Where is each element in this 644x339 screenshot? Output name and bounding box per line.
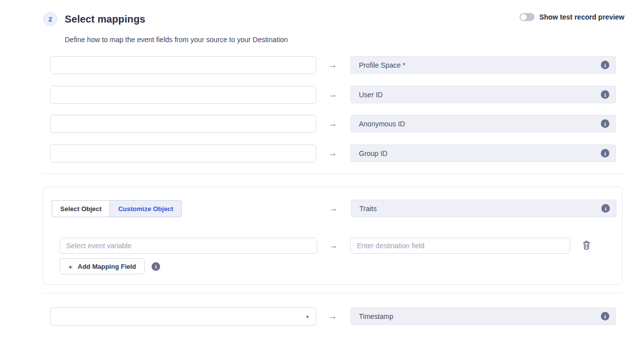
timestamp-source-select[interactable]: ▾ <box>50 307 316 325</box>
destination-label: Group ID <box>359 149 601 157</box>
add-mapping-field-row: + Add Mapping Field i <box>60 258 160 274</box>
info-icon[interactable]: i <box>601 204 610 213</box>
destination-label: User ID <box>359 91 601 99</box>
page-subtitle: Define how to map the event fields from … <box>65 36 288 44</box>
arrow-right-icon: → <box>324 307 341 325</box>
info-icon[interactable]: i <box>601 149 609 157</box>
destination-label: Traits <box>359 205 601 213</box>
plus-icon: + <box>68 262 73 271</box>
destination-label: Profile Space * <box>359 61 601 69</box>
arrow-right-icon: → <box>324 56 341 74</box>
traits-mapping-card: Select Object Customize Object → Traits … <box>43 187 622 285</box>
page-title: Select mappings <box>65 14 145 25</box>
select-mappings-panel: 2 Select mappings Define how to map the … <box>0 0 644 339</box>
section-divider <box>43 293 622 293</box>
enter-destination-field-input[interactable] <box>350 238 570 254</box>
step-number-badge: 2 <box>43 12 57 26</box>
arrow-right-icon: → <box>324 86 341 104</box>
section-divider <box>43 174 622 174</box>
arrow-right-icon: → <box>325 200 342 218</box>
destination-field-user-id: User ID i <box>350 86 616 103</box>
source-input-user-id[interactable] <box>50 86 316 104</box>
destination-label: Anonymous ID <box>359 120 601 128</box>
info-icon[interactable]: i <box>601 119 609 128</box>
trash-icon <box>582 241 591 251</box>
destination-field-profile-space: Profile Space * i <box>350 56 616 74</box>
source-input-group-id[interactable] <box>50 144 316 162</box>
add-mapping-field-label: Add Mapping Field <box>78 263 136 270</box>
toggle-label: Show test record preview <box>539 13 624 21</box>
delete-mapping-row-button[interactable] <box>580 240 592 252</box>
destination-label: Timestamp <box>359 312 601 320</box>
arrow-right-icon: → <box>325 237 342 255</box>
step-number: 2 <box>48 16 52 23</box>
tab-customize-object[interactable]: Customize Object <box>109 200 182 217</box>
destination-field-group-id: Group ID i <box>350 144 616 162</box>
source-input-profile-space[interactable] <box>50 56 316 74</box>
info-icon[interactable]: i <box>601 90 609 99</box>
arrow-right-icon: → <box>324 144 341 162</box>
tab-select-object[interactable]: Select Object <box>52 200 109 217</box>
info-icon[interactable]: i <box>152 262 160 271</box>
arrow-right-icon: → <box>324 115 341 133</box>
destination-field-traits: Traits i <box>351 200 616 217</box>
destination-field-timestamp: Timestamp i <box>350 307 616 325</box>
info-icon[interactable]: i <box>601 312 609 320</box>
test-record-preview-toggle-group: Show test record preview <box>520 13 624 21</box>
object-mode-segmented-control: Select Object Customize Object <box>52 200 182 217</box>
source-input-anonymous-id[interactable] <box>50 115 316 133</box>
chevron-down-icon: ▾ <box>306 314 309 319</box>
select-event-variable-input[interactable] <box>60 238 317 254</box>
destination-field-anonymous-id: Anonymous ID i <box>350 115 616 132</box>
show-test-record-preview-toggle[interactable] <box>520 13 535 21</box>
add-mapping-field-button[interactable]: + Add Mapping Field <box>60 258 145 274</box>
toggle-knob <box>521 14 527 20</box>
info-icon[interactable]: i <box>601 61 609 69</box>
